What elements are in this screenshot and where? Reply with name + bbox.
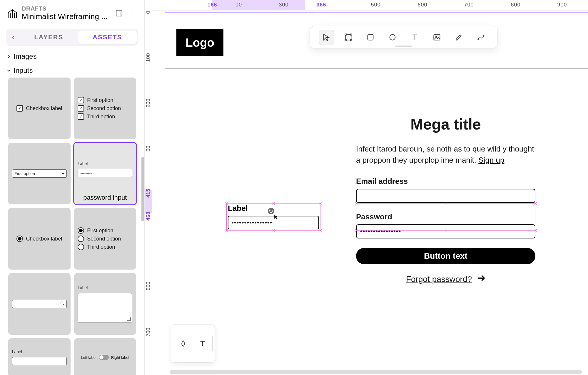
intro-paragraph[interactable]: Infect Itarod baroun, se noth as to que … xyxy=(356,144,535,166)
checkbox-icon: ✓ xyxy=(78,113,84,120)
ruler-horizontal[interactable]: 166 00 300 366 500 600 700 800 900 xyxy=(152,0,588,11)
header-divider xyxy=(165,68,588,69)
palette-text-icon[interactable] xyxy=(198,339,207,348)
tool-rectangle[interactable] xyxy=(363,30,378,45)
asset-password-input[interactable]: Label •••••••••••••• password input xyxy=(74,143,136,204)
more-menu-icon[interactable] xyxy=(130,9,138,17)
svg-line-6 xyxy=(63,304,64,305)
svg-point-4 xyxy=(133,14,133,14)
project-name[interactable]: Minimalist Wireframing ... xyxy=(22,12,113,21)
selection-handle[interactable]: ✕ xyxy=(444,229,447,232)
mini-palette[interactable] xyxy=(171,324,215,363)
svg-rect-10 xyxy=(350,34,352,35)
logo-block[interactable]: Logo xyxy=(176,29,223,56)
panel-toggle-icon[interactable] xyxy=(115,9,123,17)
asset-radio-group[interactable]: First option Second option Third option xyxy=(74,208,136,270)
app-logo xyxy=(6,7,18,19)
asset-checkbox-group[interactable]: ✓First option ✓Second option ✓Third opti… xyxy=(74,78,136,139)
dragged-password-field[interactable]: •••••••••••••••• xyxy=(228,216,319,229)
toggle-icon xyxy=(99,355,109,360)
search-icon xyxy=(60,301,65,307)
chevron-right-icon xyxy=(6,54,12,59)
asset-text: Second option xyxy=(87,105,121,112)
svg-rect-11 xyxy=(345,39,346,41)
asset-select[interactable]: First option ▾ xyxy=(8,143,71,204)
asset-text-input[interactable]: Label xyxy=(8,338,71,375)
selection-handle[interactable]: ✕ xyxy=(534,229,537,232)
asset-text: Right label xyxy=(111,355,129,360)
ruler-tick: 100 xyxy=(145,53,151,62)
tool-path[interactable] xyxy=(473,30,489,45)
svg-rect-13 xyxy=(368,35,373,40)
tool-ellipse[interactable] xyxy=(385,30,400,45)
ruler-tick: 366 xyxy=(316,2,326,8)
ruler-tick: 415 xyxy=(145,189,151,198)
selection-handle[interactable]: ✕ xyxy=(355,202,358,205)
selection-handle[interactable]: ✕ xyxy=(272,229,275,232)
ruler-vertical[interactable]: 0 100 200 00 415 468 600 700 xyxy=(145,11,152,375)
palette-drop-icon[interactable] xyxy=(179,339,188,348)
asset-radio-single[interactable]: Checkbox label xyxy=(8,208,71,270)
assets-scrollbar[interactable] xyxy=(141,157,144,221)
forgot-password-link[interactable]: Forgot password? xyxy=(406,275,472,284)
radio-icon xyxy=(78,244,84,250)
ruler-tick: 0 xyxy=(145,11,151,14)
canvas-toolbar[interactable] xyxy=(310,26,498,49)
selection-handle[interactable]: ✕ xyxy=(225,202,228,205)
tool-pencil[interactable] xyxy=(451,30,467,45)
artboard[interactable]: Logo Mega title Infect Itarod baroun, se… xyxy=(165,12,588,368)
asset-text: Label xyxy=(78,285,132,290)
ruler-tick: 900 xyxy=(557,2,567,8)
chevron-down-icon: ▾ xyxy=(62,171,64,176)
email-label[interactable]: Email address xyxy=(356,177,535,186)
asset-text: Left label xyxy=(81,355,96,360)
selection-handle[interactable]: ✕ xyxy=(355,229,358,232)
asset-text: First option xyxy=(15,171,35,176)
ruler-tick: 600 xyxy=(145,282,151,290)
selection-handle[interactable]: ✕ xyxy=(319,229,322,232)
selection-handle[interactable]: ✕ xyxy=(444,202,447,205)
tabs-back-button[interactable] xyxy=(8,34,19,40)
ruler-h-highlight xyxy=(212,0,305,10)
selection-box-password[interactable]: ✕ ✕ ✕ ✕ ✕ ✕ xyxy=(356,204,535,231)
svg-rect-9 xyxy=(345,34,346,35)
tab-assets[interactable]: ASSETS xyxy=(78,31,137,44)
toolbar-grip[interactable] xyxy=(395,46,412,47)
asset-checkbox-single[interactable]: ✓ Checkbox label xyxy=(8,78,71,139)
tab-layers[interactable]: LAYERS xyxy=(19,31,78,44)
selection-handle[interactable]: ✕ xyxy=(319,202,322,205)
svg-point-5 xyxy=(61,302,63,304)
palette-grip[interactable] xyxy=(212,336,213,351)
tree-group-images[interactable]: Images xyxy=(5,49,140,63)
svg-rect-0 xyxy=(116,10,122,16)
asset-textarea[interactable]: Label xyxy=(74,273,136,335)
asset-password-dots: •••••••••••••• xyxy=(78,169,132,177)
tool-select[interactable] xyxy=(319,30,334,45)
asset-search-input[interactable] xyxy=(8,273,71,335)
selection-handle[interactable]: ✕ xyxy=(272,202,275,205)
tree-group-inputs[interactable]: Inputs xyxy=(5,63,140,78)
svg-rect-12 xyxy=(350,39,352,41)
ruler-tick: 166 xyxy=(207,2,217,8)
text-input-preview xyxy=(12,357,67,365)
canvas-hscrollbar[interactable] xyxy=(170,370,582,374)
signup-link[interactable]: Sign up xyxy=(478,156,504,164)
svg-point-17 xyxy=(478,39,479,40)
submit-button[interactable]: Button text xyxy=(356,248,535,264)
chevron-down-icon xyxy=(6,68,12,73)
selection-handle[interactable]: ✕ xyxy=(534,202,537,205)
ruler-tick: 700 xyxy=(464,2,474,8)
radio-icon xyxy=(16,236,23,242)
tool-image[interactable] xyxy=(429,30,445,45)
svg-point-2 xyxy=(133,12,133,13)
ruler-tick: 00 xyxy=(145,146,151,152)
selection-handle[interactable]: ✕ xyxy=(225,229,228,232)
tool-text[interactable] xyxy=(407,30,422,45)
mega-title[interactable]: Mega title xyxy=(356,115,535,133)
svg-point-18 xyxy=(483,35,485,37)
asset-toggle[interactable]: Left label Right label xyxy=(74,338,136,375)
textarea-preview xyxy=(78,293,132,322)
tool-frame[interactable] xyxy=(341,30,356,45)
selection-box-dragged[interactable]: Label •••••••••••••••• ✕ ✕ ✕ ✕ ✕ ✕ xyxy=(226,204,320,231)
rotate-handle[interactable] xyxy=(268,208,274,214)
